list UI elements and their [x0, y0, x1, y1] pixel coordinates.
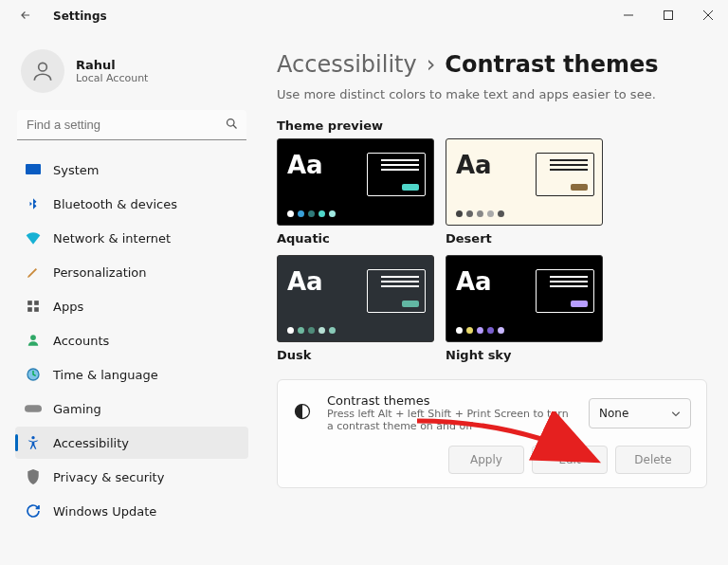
- theme-tile-aquatic[interactable]: Aa Aquatic: [277, 138, 434, 246]
- card-title: Contrast themes: [327, 393, 573, 408]
- search-field[interactable]: [17, 110, 246, 140]
- nav-update[interactable]: Windows Update: [15, 495, 248, 527]
- nav-label: Apps: [53, 300, 83, 314]
- nav-time[interactable]: Time & language: [15, 358, 248, 391]
- nav-accessibility[interactable]: Accessibility: [15, 427, 248, 459]
- theme-tile-desert[interactable]: Aa Desert: [446, 138, 603, 246]
- close-button[interactable]: [688, 0, 728, 30]
- breadcrumb: Accessibility › Contrast themes: [277, 51, 707, 78]
- nav-bluetooth[interactable]: Bluetooth & devices: [15, 188, 248, 220]
- minimize-button[interactable]: [609, 0, 648, 30]
- back-button[interactable]: [19, 9, 38, 25]
- paint-icon: [25, 264, 42, 281]
- contrast-icon: [293, 402, 314, 424]
- nav-privacy[interactable]: Privacy & security: [15, 461, 248, 493]
- update-icon: [25, 502, 42, 519]
- tile-label: Desert: [446, 231, 603, 246]
- window-title: Settings: [53, 9, 107, 23]
- breadcrumb-parent[interactable]: Accessibility: [277, 51, 417, 78]
- nav-label: Windows Update: [53, 504, 156, 519]
- section-theme-preview: Theme preview: [277, 118, 707, 133]
- user-sub: Local Account: [76, 72, 148, 84]
- apply-button[interactable]: Apply: [448, 446, 524, 474]
- nav-label: Gaming: [53, 402, 101, 416]
- nav-accounts[interactable]: Accounts: [15, 324, 248, 356]
- svg-rect-7: [26, 164, 41, 174]
- maximize-button[interactable]: [648, 0, 688, 30]
- nav-personalization[interactable]: Personalization: [15, 256, 248, 288]
- nav-label: Personalization: [53, 265, 147, 280]
- tile-label: Aquatic: [277, 231, 434, 246]
- svg-point-15: [31, 436, 34, 439]
- nav-label: Network & internet: [53, 231, 171, 246]
- nav-label: Bluetooth & devices: [53, 197, 177, 211]
- theme-tile-dusk[interactable]: Aa Dusk: [277, 255, 434, 362]
- svg-rect-10: [27, 307, 32, 312]
- delete-button[interactable]: Delete: [615, 446, 691, 474]
- display-icon: [25, 161, 42, 178]
- nav-label: Accessibility: [53, 436, 129, 450]
- nav-network[interactable]: Network & internet: [15, 222, 248, 254]
- svg-rect-9: [34, 301, 39, 305]
- search-input[interactable]: [17, 110, 246, 140]
- avatar: [21, 49, 64, 93]
- svg-line-6: [233, 125, 236, 128]
- nav-label: Privacy & security: [53, 470, 164, 484]
- nav-label: Time & language: [53, 368, 158, 382]
- theme-tile-night-sky[interactable]: Aa Night sky: [446, 255, 603, 362]
- shield-icon: [25, 468, 42, 485]
- contrast-themes-card: Contrast themes Press left Alt + left Sh…: [277, 379, 707, 488]
- page-subtitle: Use more distinct colors to make text an…: [277, 87, 707, 101]
- account-row[interactable]: Rahul Local Account: [15, 42, 248, 106]
- svg-rect-1: [664, 11, 673, 20]
- edit-button[interactable]: Edit: [532, 446, 608, 474]
- breadcrumb-sep: ›: [427, 51, 436, 78]
- breadcrumb-current: Contrast themes: [445, 51, 658, 78]
- search-icon: [225, 117, 239, 134]
- svg-point-12: [30, 335, 36, 340]
- globe-clock-icon: [25, 366, 42, 383]
- apps-icon: [25, 298, 42, 315]
- theme-dropdown[interactable]: None: [589, 398, 691, 428]
- nav-gaming[interactable]: Gaming: [15, 392, 248, 425]
- card-desc: Press left Alt + left Shift + Print Scre…: [327, 408, 573, 432]
- bluetooth-icon: [25, 195, 42, 212]
- dropdown-value: None: [599, 407, 628, 420]
- svg-point-4: [39, 63, 47, 71]
- accessibility-icon: [25, 434, 42, 451]
- nav-list: System Bluetooth & devices Network & int…: [15, 154, 248, 527]
- svg-point-5: [228, 119, 235, 127]
- svg-rect-14: [25, 405, 42, 412]
- tile-label: Night sky: [446, 348, 603, 362]
- nav-system[interactable]: System: [15, 154, 248, 186]
- wifi-icon: [25, 229, 42, 246]
- user-name: Rahul: [76, 58, 148, 72]
- svg-rect-8: [27, 301, 32, 305]
- nav-apps[interactable]: Apps: [15, 290, 248, 322]
- svg-rect-11: [34, 307, 39, 312]
- chevron-down-icon: [671, 407, 681, 420]
- person-icon: [25, 332, 42, 349]
- tile-label: Dusk: [277, 348, 434, 362]
- nav-label: Accounts: [53, 334, 109, 348]
- gaming-icon: [25, 400, 42, 417]
- nav-label: System: [53, 163, 99, 177]
